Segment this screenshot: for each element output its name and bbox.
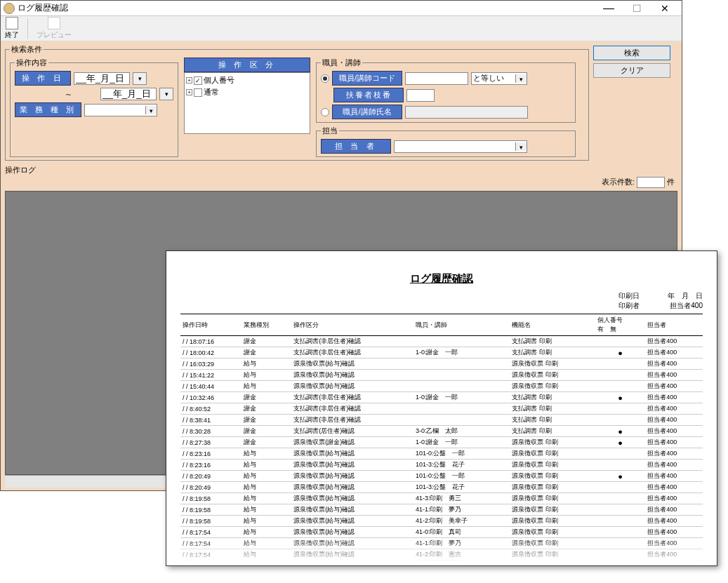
report-cell: / / 15:40:44 bbox=[180, 381, 241, 392]
report-cell: / / 8:19:58 bbox=[180, 516, 241, 527]
report-cell bbox=[595, 482, 645, 493]
charge-fieldset: 担当 担 当 者 bbox=[316, 126, 576, 157]
date-to-dropdown[interactable] bbox=[159, 88, 173, 100]
report-cell: 101-0:公盤 一郎 bbox=[413, 471, 510, 482]
close-button[interactable]: ✕ bbox=[651, 1, 679, 15]
report-row: / / 8:30:28謝金支払調書(居住者)確認3-0:乙欄 太郎支払調書 印刷… bbox=[180, 426, 703, 437]
search-legend: 検索条件 bbox=[10, 44, 44, 55]
report-cell: 源泉徴収票 印刷 bbox=[510, 504, 595, 516]
report-title: ログ履歴確認 bbox=[180, 272, 703, 286]
date-from-dropdown[interactable] bbox=[133, 72, 147, 85]
report-cell bbox=[413, 370, 510, 381]
charge-legend: 担当 bbox=[321, 126, 339, 136]
toolbar-separator bbox=[27, 18, 28, 39]
report-cell: 源泉徴収票 印刷 bbox=[510, 471, 595, 482]
report-cell: 源泉徴収票 印刷 bbox=[510, 358, 595, 370]
report-cell: / / 15:41:22 bbox=[180, 370, 241, 381]
report-cell: 担当者400 bbox=[645, 516, 703, 527]
tree-item[interactable]: + 通常 bbox=[186, 86, 308, 98]
staff-code-input[interactable] bbox=[405, 72, 468, 85]
report-cell: 41-3:印刷 勇三 bbox=[413, 493, 510, 504]
date-from-input[interactable] bbox=[74, 72, 130, 85]
report-cell: 担当者400 bbox=[645, 347, 703, 358]
report-cell: 担当者400 bbox=[645, 460, 703, 471]
report-row: / / 8:17:54給与源泉徴収票(給与)確認41-0:印刷 真司源泉徴収票 … bbox=[180, 527, 703, 538]
preview-button[interactable]: プレビュー bbox=[37, 17, 72, 40]
report-cell bbox=[595, 358, 645, 370]
report-cell: 給与 bbox=[241, 358, 291, 370]
report-cell: / / 8:27:38 bbox=[180, 437, 241, 448]
report-cell: 源泉徴収票(給与)確認 bbox=[291, 527, 413, 538]
match-combo[interactable]: と等しい bbox=[471, 72, 527, 85]
report-cell: 101-0:公盤 一郎 bbox=[413, 448, 510, 460]
report-cell bbox=[413, 336, 510, 347]
report-cell bbox=[595, 504, 645, 516]
count-unit: 件 bbox=[667, 177, 675, 186]
expand-icon[interactable]: + bbox=[186, 77, 192, 83]
report-cell: 謝金 bbox=[241, 437, 291, 448]
report-cell: 支払調書 印刷 bbox=[510, 392, 595, 403]
biz-type-label: 業 務 種 別 bbox=[15, 102, 81, 117]
report-cell: 謝金 bbox=[241, 392, 291, 403]
staff-name-input[interactable] bbox=[405, 106, 528, 119]
report-cell: 源泉徴収票(給与)確認 bbox=[291, 493, 413, 504]
staff-name-radio[interactable] bbox=[321, 108, 329, 116]
report-cell: 源泉徴収票(給与)確認 bbox=[291, 504, 413, 516]
log-title: 操作ログ bbox=[5, 165, 677, 175]
staff-code-radio[interactable] bbox=[321, 74, 329, 83]
biz-type-combo[interactable] bbox=[84, 104, 157, 116]
op-class-tree[interactable]: + ✓ 個人番号 + 通常 bbox=[184, 72, 310, 134]
report-cell: / / 8:20:49 bbox=[180, 482, 241, 493]
report-row: / / 8:17:54給与源泉徴収票(給与)確認41-3:印刷 美幸子源泉徴収票… bbox=[180, 561, 703, 567]
report-header: 操作区分 bbox=[291, 314, 413, 336]
report-cell: 41-0:印刷 真司 bbox=[413, 527, 510, 538]
charge-combo[interactable] bbox=[394, 140, 527, 153]
report-cell: 担当者400 bbox=[645, 370, 703, 381]
report-cell: 源泉徴収票(謝金)確認 bbox=[291, 437, 413, 448]
report-cell: 謝金 bbox=[241, 336, 291, 347]
date-to-input[interactable] bbox=[100, 88, 157, 100]
report-cell: / / 8:38:41 bbox=[180, 415, 241, 426]
report-cell: 源泉徴収票(給与)確認 bbox=[291, 561, 413, 567]
report-cell: 源泉徴収票 印刷 bbox=[510, 527, 595, 538]
report-cell: ● bbox=[595, 437, 645, 448]
report-cell: ● bbox=[595, 471, 645, 482]
tree-item[interactable]: + ✓ 個人番号 bbox=[186, 74, 308, 86]
report-cell bbox=[595, 561, 645, 567]
match-op-value: と等しい bbox=[472, 73, 515, 83]
expand-icon[interactable]: + bbox=[186, 89, 192, 95]
report-cell: 源泉徴収票(給与)確認 bbox=[291, 370, 413, 381]
report-cell bbox=[595, 381, 645, 392]
checkbox[interactable] bbox=[194, 88, 202, 97]
report-cell: 源泉徴収票(給与)確認 bbox=[291, 358, 413, 370]
report-cell: 担当者400 bbox=[645, 482, 703, 493]
search-button[interactable]: 検索 bbox=[593, 46, 670, 60]
report-cell: ● bbox=[595, 426, 645, 437]
print-user-value: 担当者400 bbox=[670, 302, 703, 309]
report-cell: 給与 bbox=[241, 471, 291, 482]
checkbox[interactable]: ✓ bbox=[194, 76, 202, 85]
report-cell: 源泉徴収票 印刷 bbox=[510, 460, 595, 471]
staff-legend: 職員・講師 bbox=[321, 58, 362, 68]
report-row: / / 8:19:58給与源泉徴収票(給与)確認41-2:印刷 美幸子源泉徴収票… bbox=[180, 516, 703, 527]
ops-legend: 操作内容 bbox=[15, 58, 48, 68]
report-cell: 担当者400 bbox=[645, 358, 703, 370]
report-cell: 給与 bbox=[241, 527, 291, 538]
report-row: / / 8:23:16給与源泉徴収票(給与)確認101-3:公盤 花子源泉徴収票… bbox=[180, 460, 703, 471]
report-header: 個人番号有 無 bbox=[595, 314, 645, 336]
report-cell: 担当者400 bbox=[645, 561, 703, 567]
report-cell: 担当者400 bbox=[645, 471, 703, 482]
dependent-input[interactable] bbox=[406, 89, 435, 102]
exit-icon bbox=[6, 17, 18, 29]
report-header: 業務種別 bbox=[241, 314, 291, 336]
exit-button[interactable]: 終了 bbox=[5, 17, 19, 40]
report-cell bbox=[595, 403, 645, 415]
maximize-button[interactable]: ☐ bbox=[623, 1, 651, 15]
minimize-button[interactable]: — bbox=[595, 1, 623, 15]
tilde: ～ bbox=[39, 89, 98, 100]
report-cell bbox=[413, 415, 510, 426]
report-cell: / / 8:30:28 bbox=[180, 426, 241, 437]
op-date-label: 操 作 日 bbox=[15, 71, 71, 86]
report-cell bbox=[595, 415, 645, 426]
clear-button[interactable]: クリア bbox=[593, 63, 670, 78]
